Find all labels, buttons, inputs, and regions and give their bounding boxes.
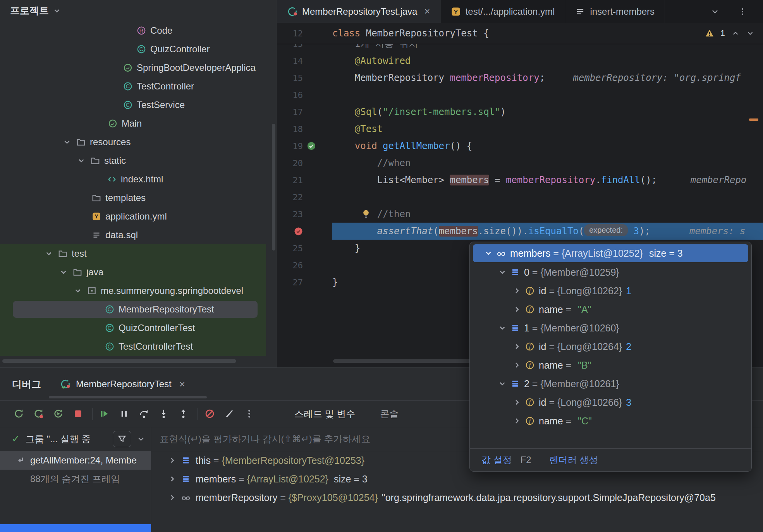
tree-item[interactable]: templates xyxy=(0,189,277,207)
thread-group-selector[interactable]: ✓ 그룹 "... 실행 중 xyxy=(0,427,151,451)
stop-button[interactable] xyxy=(71,407,85,421)
step-into-button[interactable] xyxy=(156,407,170,421)
line-number[interactable]: 15 xyxy=(277,73,303,83)
stack-frame-row[interactable]: 88개의 숨겨진 프레임 xyxy=(0,470,151,488)
tree-item[interactable]: SpringBootDeveloperApplica xyxy=(0,58,277,77)
tree-item[interactable]: C TestService xyxy=(0,96,277,114)
variable-row[interactable]: memberRepository = {$Proxy105@10254} "or… xyxy=(151,488,763,507)
line-number[interactable]: 18 xyxy=(277,124,303,134)
chevron-down-icon[interactable] xyxy=(498,379,507,388)
set-value-link[interactable]: 값 설정 xyxy=(481,454,512,466)
tree-item[interactable]: resources xyxy=(0,133,277,151)
editor-tab[interactable]: Y test/.../application.yml xyxy=(441,0,565,23)
resume-button[interactable] xyxy=(97,407,111,421)
tree-item[interactable]: C TestController xyxy=(0,77,277,96)
chevron-right-icon[interactable] xyxy=(168,456,177,465)
popup-variable-row[interactable]: f name = "A" xyxy=(470,300,751,319)
chevron-down-icon[interactable] xyxy=(62,138,72,146)
editor-tab[interactable]: MemberRepositoryTest.java × xyxy=(277,0,441,23)
pause-button[interactable] xyxy=(117,407,131,421)
hidden-tabs-chevron-icon[interactable] xyxy=(708,5,722,19)
line-number[interactable]: 14 xyxy=(277,56,303,66)
chevron-right-icon[interactable] xyxy=(512,287,522,295)
popup-variable-row[interactable]: members = {ArrayList@10252} size = 3 xyxy=(473,244,748,262)
chevron-down-icon[interactable] xyxy=(44,249,54,258)
tree-item[interactable]: C MemberRepositoryTest xyxy=(0,300,277,319)
more-button[interactable] xyxy=(242,407,256,421)
tree-item[interactable]: data.sql xyxy=(0,226,277,244)
chevron-down-icon[interactable] xyxy=(498,324,507,332)
next-problem-icon[interactable] xyxy=(746,29,754,38)
breakpoint-icon[interactable] xyxy=(294,227,303,236)
code-line-22[interactable]: 22 xyxy=(277,189,763,206)
chevron-right-icon[interactable] xyxy=(512,361,522,369)
project-horizontal-scrollbar[interactable] xyxy=(2,359,236,363)
popup-variable-row[interactable]: 1 = {Member@10260} xyxy=(470,319,751,337)
popup-variable-row[interactable]: 2 = {Member@10261} xyxy=(470,374,751,393)
mute-breakpoints-button[interactable] xyxy=(203,407,217,421)
tree-item[interactable]: C QuizController xyxy=(0,40,277,58)
popup-variable-row[interactable]: f name = "C" xyxy=(470,412,751,430)
code-line-19[interactable]: 19 void getAllMember() { xyxy=(277,137,763,154)
run-test-icon[interactable] xyxy=(307,141,316,151)
code-line-20[interactable]: 20 //when xyxy=(277,154,763,172)
warning-icon[interactable] xyxy=(705,29,714,38)
debug-session-tab[interactable]: MemberRepositoryTest × xyxy=(60,378,185,390)
chevron-right-icon[interactable] xyxy=(168,493,177,502)
tree-item[interactable]: static xyxy=(0,151,277,170)
popup-variable-row[interactable]: f id = {Long@10264} 2 xyxy=(470,337,751,356)
slash-button[interactable] xyxy=(222,407,236,421)
popup-variable-row[interactable]: f name = "B" xyxy=(470,356,751,374)
chevron-right-icon[interactable] xyxy=(168,475,177,483)
project-panel-header[interactable]: 프로젝트 xyxy=(0,0,277,21)
tree-item[interactable]: java xyxy=(0,263,277,281)
code-line-14[interactable]: 14 @Autowired xyxy=(277,52,763,69)
tree-item[interactable]: me.summeryoung.springbootdevel xyxy=(0,281,277,300)
code-line-21[interactable]: 21 List<Member> members = memberReposito… xyxy=(277,172,763,189)
line-number[interactable] xyxy=(277,227,303,236)
tree-item[interactable]: test xyxy=(0,244,277,263)
intention-bulb-icon[interactable] xyxy=(361,209,371,219)
stack-frame-row[interactable]: getAllMember:24, Membe xyxy=(0,451,151,470)
step-over-button[interactable] xyxy=(137,407,151,421)
step-out-button[interactable] xyxy=(176,407,190,421)
restart-button[interactable] xyxy=(51,407,65,421)
chevron-down-icon[interactable] xyxy=(58,268,69,276)
rerun-failed-button[interactable] xyxy=(31,407,45,421)
view-tab[interactable]: 콘솔 xyxy=(378,402,400,426)
line-number[interactable]: 23 xyxy=(277,209,303,219)
create-renderer-link[interactable]: 렌더러 생성 xyxy=(549,454,598,466)
chevron-right-icon[interactable] xyxy=(512,342,522,351)
more-icon[interactable] xyxy=(736,5,749,19)
line-number[interactable]: 25 xyxy=(277,244,303,253)
code-line-24[interactable]: assertThat(members.size()).isEqualTo(exp… xyxy=(277,223,763,240)
line-number[interactable]: 17 xyxy=(277,107,303,117)
filter-button[interactable] xyxy=(113,431,131,447)
error-stripe-mark[interactable] xyxy=(749,118,758,121)
chevron-right-icon[interactable] xyxy=(512,417,522,425)
popup-variable-row[interactable]: 0 = {Member@10259} xyxy=(470,263,751,281)
tree-item[interactable]: Y application.yml xyxy=(0,207,277,226)
line-number[interactable]: 27 xyxy=(277,278,303,287)
chevron-down-icon[interactable] xyxy=(73,287,83,295)
chevron-down-icon[interactable] xyxy=(137,435,145,443)
view-tab[interactable]: 스레드 및 변수 xyxy=(293,402,357,426)
line-number[interactable]: 20 xyxy=(277,158,303,168)
editor-tab[interactable]: insert-members xyxy=(565,0,665,23)
chevron-down-icon[interactable] xyxy=(53,7,61,15)
tree-item[interactable]: C TestControllerTest xyxy=(0,337,277,356)
popup-variable-row[interactable]: f id = {Long@10266} 3 xyxy=(470,393,751,412)
tree-item[interactable]: index.html xyxy=(0,170,277,189)
line-number[interactable]: 22 xyxy=(277,192,303,202)
chevron-down-icon[interactable] xyxy=(498,268,507,276)
code-line-16[interactable]: 16 xyxy=(277,86,763,103)
code-line-18[interactable]: 18 @Test xyxy=(277,120,763,137)
line-number[interactable]: 19 xyxy=(277,141,303,151)
tree-item[interactable]: Main xyxy=(0,114,277,133)
line-number[interactable]: 26 xyxy=(277,261,303,270)
tree-item[interactable]: R Code xyxy=(0,21,277,40)
line-number[interactable]: 21 xyxy=(277,175,303,185)
close-icon[interactable]: × xyxy=(424,5,430,17)
code-line-15[interactable]: 15 MemberRepository memberRepository; me… xyxy=(277,69,763,86)
close-icon[interactable]: × xyxy=(179,378,185,390)
